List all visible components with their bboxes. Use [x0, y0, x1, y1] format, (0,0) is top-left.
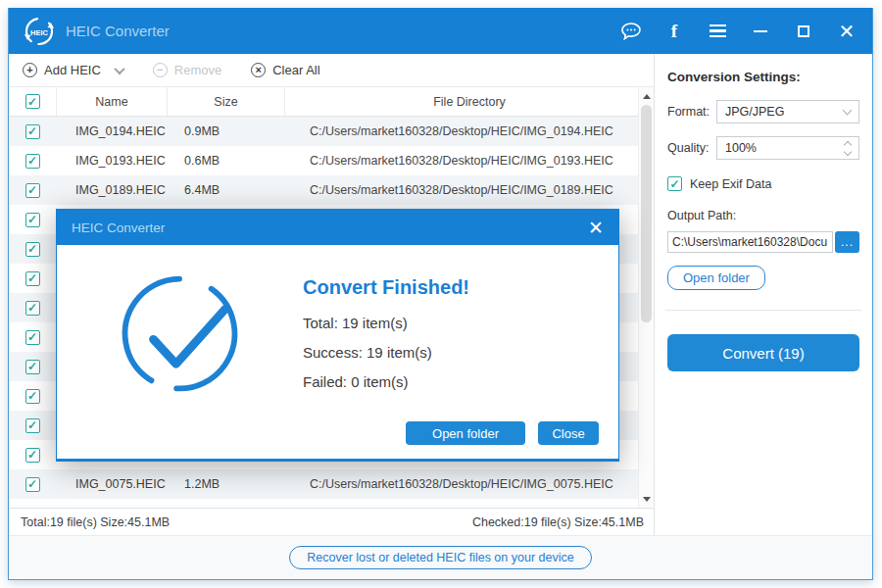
app-logo-icon: HEIC — [24, 17, 54, 46]
minimize-icon[interactable] — [751, 22, 770, 41]
maximize-icon[interactable] — [794, 22, 813, 41]
file-directory: C:/Users/market160328/Desktop/HEIC/IMG_0… — [284, 183, 654, 197]
facebook-icon[interactable]: f — [664, 22, 684, 41]
file-size: 6.4MB — [167, 183, 284, 197]
clear-all-button[interactable]: × Clear All — [251, 63, 319, 77]
row-checkbox[interactable]: ✓ — [25, 271, 40, 286]
convert-finished-dialog: HEIC Converter ✕ Convert Finished! Total… — [56, 209, 619, 462]
row-checkbox[interactable]: ✓ — [25, 124, 40, 139]
spinner-icon[interactable] — [845, 142, 851, 155]
status-bar: Total:19 file(s) Size:45.1MB Checked:19 … — [9, 508, 654, 535]
table-row[interactable]: ✓ IMG_0189.HEIC 6.4MB C:/Users/market160… — [9, 175, 654, 205]
row-checkbox[interactable]: ✓ — [25, 154, 40, 169]
keep-exif-checkbox-row[interactable]: ✓ Keep Exif Data — [667, 176, 859, 191]
x-icon: × — [251, 63, 266, 77]
row-checkbox[interactable]: ✓ — [25, 242, 40, 257]
row-checkbox[interactable]: ✓ — [25, 477, 40, 492]
divider — [665, 310, 861, 311]
dialog-close-button[interactable]: Close — [538, 421, 599, 445]
scroll-down-icon[interactable] — [639, 492, 654, 506]
menu-icon[interactable] — [708, 22, 727, 41]
quality-label: Quality: — [667, 141, 716, 155]
conversion-settings-panel: Conversion Settings: Format: JPG/JPEG Qu… — [654, 54, 872, 535]
title-bar: HEIC HEIC Converter f ✕ — [9, 8, 872, 54]
status-total: Total:19 file(s) Size:45.1MB — [21, 515, 170, 529]
toolbar: + Add HEIC − Remove × Clear All — [9, 54, 654, 87]
file-name: IMG_0193.HEIC — [56, 154, 167, 168]
format-label: Format: — [667, 105, 716, 119]
row-checkbox[interactable]: ✓ — [25, 213, 40, 227]
total-line: Total: 19 item(s) — [303, 315, 469, 331]
table-row[interactable]: ✓ IMG_0193.HEIC 0.6MB C:/Users/market160… — [9, 146, 654, 175]
app-title: HEIC Converter — [66, 23, 170, 39]
feedback-icon[interactable] — [621, 22, 641, 41]
table-header: ✓ Name Size File Directory — [9, 87, 654, 117]
open-folder-button[interactable]: Open folder — [667, 266, 765, 290]
table-row[interactable]: ✓ IMG_0194.HEIC 0.9MB C:/Users/market160… — [9, 117, 654, 146]
close-icon[interactable]: ✕ — [837, 22, 857, 41]
file-directory: C:/Users/market160328/Desktop/HEIC/IMG_0… — [284, 477, 654, 491]
add-heic-label: Add HEIC — [44, 63, 101, 77]
output-path-field[interactable]: C:\Users\market160328\Docu — [667, 231, 833, 253]
file-directory: C:/Users/market160328/Desktop/HEIC/IMG_0… — [284, 124, 654, 138]
browse-button[interactable]: ... — [835, 231, 859, 253]
header-name[interactable]: Name — [56, 87, 167, 116]
row-checkbox[interactable]: ✓ — [25, 330, 40, 345]
quality-stepper[interactable]: 100% — [716, 136, 859, 160]
failed-line: Failed: 0 item(s) — [303, 373, 469, 390]
settings-title: Conversion Settings: — [667, 70, 859, 84]
status-checked: Checked:19 file(s) Size:45.1MB — [472, 515, 644, 529]
select-all-checkbox[interactable]: ✓ — [25, 94, 40, 109]
clear-all-label: Clear All — [272, 63, 319, 77]
header-size[interactable]: Size — [167, 87, 284, 116]
header-directory[interactable]: File Directory — [284, 87, 654, 116]
recover-files-button[interactable]: Recover lost or deleted HEIC files on yo… — [289, 546, 591, 569]
convert-button[interactable]: Convert (19) — [667, 334, 859, 371]
dialog-title-bar: HEIC Converter ✕ — [57, 210, 618, 245]
row-checkbox[interactable]: ✓ — [25, 418, 40, 433]
dialog-title: HEIC Converter — [72, 220, 165, 235]
keep-exif-label: Keep Exif Data — [690, 177, 771, 191]
format-value: JPG/JPEG — [725, 105, 784, 119]
remove-label: Remove — [174, 63, 221, 77]
row-checkbox[interactable]: ✓ — [25, 360, 40, 374]
file-name: IMG_0075.HEIC — [56, 477, 167, 491]
row-checkbox[interactable]: ✓ — [25, 301, 40, 316]
chevron-down-icon[interactable] — [114, 63, 124, 74]
file-size: 0.6MB — [167, 154, 284, 168]
svg-text:HEIC: HEIC — [30, 27, 49, 36]
table-row[interactable]: ✓ IMG_0075.HEIC 1.2MB C:/Users/market160… — [9, 469, 654, 499]
dialog-heading: Convert Finished! — [303, 276, 469, 299]
dialog-close-icon[interactable]: ✕ — [588, 219, 604, 237]
row-checkbox[interactable]: ✓ — [25, 389, 40, 404]
dialog-open-folder-button[interactable]: Open folder — [406, 421, 525, 445]
row-checkbox[interactable]: ✓ — [25, 183, 40, 198]
add-heic-button[interactable]: + Add HEIC — [23, 63, 123, 77]
output-path-label: Output Path: — [667, 209, 859, 222]
success-line: Success: 19 item(s) — [303, 344, 469, 361]
footer-bar: Recover lost or deleted HEIC files on yo… — [9, 535, 872, 579]
file-name: IMG_0194.HEIC — [56, 124, 167, 138]
minus-icon: − — [153, 63, 168, 77]
chevron-down-icon — [843, 106, 853, 116]
success-check-icon — [114, 268, 246, 400]
scrollbar-thumb[interactable] — [641, 105, 652, 322]
file-size: 0.9MB — [167, 124, 284, 138]
quality-value: 100% — [725, 141, 757, 155]
scroll-up-icon[interactable] — [639, 89, 654, 103]
file-size: 1.2MB — [167, 477, 284, 491]
keep-exif-checkbox[interactable]: ✓ — [667, 176, 682, 191]
remove-button[interactable]: − Remove — [153, 63, 221, 77]
format-select[interactable]: JPG/JPEG — [716, 100, 859, 123]
plus-icon: + — [23, 63, 37, 77]
file-name: IMG_0189.HEIC — [56, 183, 167, 197]
row-checkbox[interactable]: ✓ — [25, 448, 40, 463]
vertical-scrollbar[interactable] — [638, 87, 654, 508]
file-directory: C:/Users/market160328/Desktop/HEIC/IMG_0… — [284, 154, 654, 168]
